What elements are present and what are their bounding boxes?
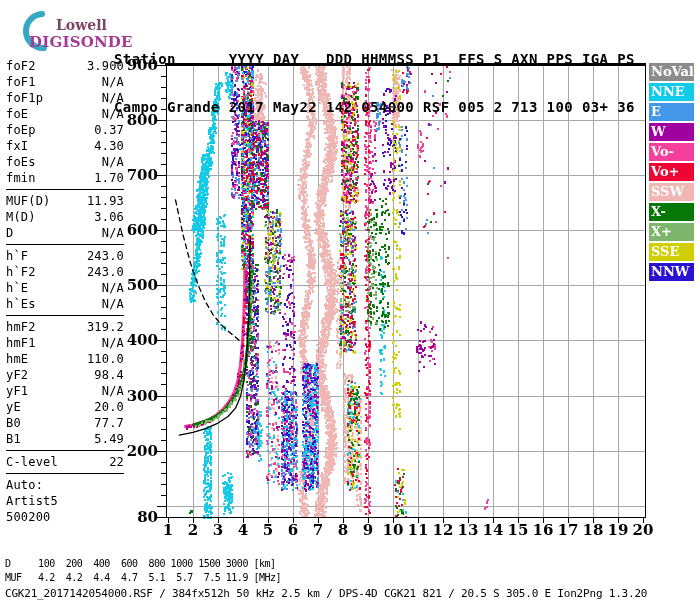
x-tick-label: 3 [205,522,231,538]
parameter-row: fxI4.30 [6,138,124,154]
parameter-label: h`F2 [6,264,36,280]
legend-item-x: X- [649,203,694,221]
digisonde-ionogram-screen: Lowell DIGISONDE Station YYYY DAY DDD HH… [0,0,700,600]
parameter-label: hmF2 [6,319,36,335]
y-tick-label: 500 [122,277,158,293]
legend-item-vo: Vo+ [649,163,694,181]
parameter-value: 243.0 [87,264,124,280]
x-tick-label: 1 [155,522,181,538]
legend-item-x: X+ [649,223,694,241]
legend-item-vo: Vo- [649,143,694,161]
parameter-row: h`EN/A [6,280,124,296]
parameter-row: h`F243.0 [6,248,124,264]
parameter-value: 1.70 [94,170,124,186]
group-separator [6,189,124,190]
parameter-row: DN/A [6,225,124,241]
muf-distance-row: D 100 200 400 600 800 1000 1500 3000 [km… [5,558,276,569]
x-tick-label: 20 [630,522,656,538]
autoscaler-info-line: 500200 [6,509,124,525]
y-tick-label: 80 [122,509,158,525]
group-separator [6,450,124,451]
legend-item-noval: NoVal [649,63,694,81]
x-tick-label: 8 [330,522,356,538]
parameter-label: foE [6,106,28,122]
parameter-value: N/A [102,90,124,106]
group-separator [6,315,124,316]
legend-item-w: W [649,123,694,141]
x-tick-label: 7 [305,522,331,538]
parameter-label: D [6,225,13,241]
parameter-label: fxI [6,138,28,154]
parameter-label: B1 [6,431,21,447]
x-tick-label: 18 [580,522,606,538]
y-tick-label: 400 [122,332,158,348]
parameter-value: N/A [102,106,124,122]
logo-text-lowell: Lowell [56,17,107,33]
x-tick-label: 17 [555,522,581,538]
parameter-row: foF1pN/A [6,90,124,106]
parameter-label: M(D) [6,209,36,225]
parameter-label: hmE [6,351,28,367]
parameter-row: M(D)3.06 [6,209,124,225]
parameter-value: N/A [102,74,124,90]
parameter-value: 77.7 [94,415,124,431]
legend-item-sse: SSE [649,243,694,261]
parameter-row: yF1N/A [6,383,124,399]
group-separator [6,244,124,245]
y-tick-label: 700 [122,167,158,183]
x-tick-label: 13 [455,522,481,538]
muf-values-row: MUF 4.2 4.2 4.4 4.7 5.1 5.7 7.5 11.9 [MH… [5,572,281,583]
y-tick-label: 300 [122,388,158,404]
x-tick-label: 2 [180,522,206,538]
x-tick-label: 14 [480,522,506,538]
parameter-label: foF1 [6,74,36,90]
parameter-label: MUF(D) [6,193,51,209]
parameter-label: yF1 [6,383,28,399]
y-tick-label: 200 [122,443,158,459]
parameter-row: foEsN/A [6,154,124,170]
parameter-value: 20.0 [94,399,124,415]
header-labels-line: Station YYYY DAY DDD HHMMSS P1 FFS S AXN… [114,51,635,67]
parameter-value: N/A [102,335,124,351]
parameter-row: MUF(D)11.93 [6,193,124,209]
parameter-label: foF2 [6,58,36,74]
parameter-row: hmE110.0 [6,351,124,367]
parameter-row: h`EsN/A [6,296,124,312]
parameter-value: 4.30 [94,138,124,154]
parameter-value: N/A [102,225,124,241]
x-tick-label: 4 [230,522,256,538]
parameter-value: 3.900 [87,58,124,74]
legend-item-ssw: SSW [649,183,694,201]
parameter-row: B077.7 [6,415,124,431]
parameter-value: 243.0 [87,248,124,264]
parameter-row: B15.49 [6,431,124,447]
autoscaler-info-line: Auto: [6,477,124,493]
x-tick-label: 16 [530,522,556,538]
parameter-label: fmin [6,170,36,186]
header-values-line: Campo Grande 2017 May22 142 054000 RSF 0… [114,99,635,115]
x-tick-label: 15 [505,522,531,538]
parameter-value: 319.2 [87,319,124,335]
parameter-value: 3.06 [94,209,124,225]
parameter-row: foF23.900 [6,58,124,74]
parameter-label: foEp [6,122,36,138]
legend-item-nnw: NNW [649,263,694,281]
parameter-label: h`E [6,280,28,296]
file-info-line: CGK21_2017142054000.RSF / 384fx512h 50 k… [5,587,647,600]
parameter-row: yE20.0 [6,399,124,415]
parameter-value: 11.93 [87,193,124,209]
x-tick-label: 9 [355,522,381,538]
x-tick-label: 10 [380,522,406,538]
parameter-label: foEs [6,154,36,170]
lowell-digisonde-logo: Lowell DIGISONDE [6,8,118,54]
parameter-value: N/A [102,296,124,312]
parameter-label: hmF1 [6,335,36,351]
legend-item-e: E [649,103,694,121]
parameter-label: B0 [6,415,21,431]
parameter-value: 5.49 [94,431,124,447]
x-tick-label: 6 [280,522,306,538]
parameter-label: yF2 [6,367,28,383]
parameter-row: yF298.4 [6,367,124,383]
x-tick-label: 5 [255,522,281,538]
y-tick-label: 600 [122,222,158,238]
